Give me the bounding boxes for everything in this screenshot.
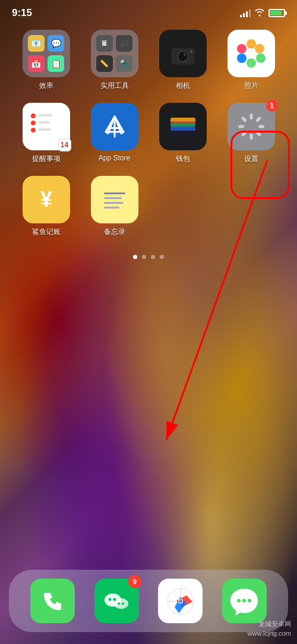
page-dot-3[interactable] [151, 255, 155, 259]
finance-icon: ¥ [23, 176, 70, 223]
appstore-label: App Store [99, 154, 130, 162]
dock-messages[interactable] [213, 579, 277, 623]
svg-rect-17 [38, 121, 50, 124]
signal-icon [240, 10, 251, 17]
svg-rect-44 [104, 197, 122, 199]
svg-rect-31 [249, 113, 252, 119]
svg-point-16 [31, 121, 36, 125]
app-reminders[interactable]: 14 提醒事项 [12, 103, 80, 164]
svg-point-10 [237, 53, 247, 63]
svg-rect-35 [249, 134, 252, 140]
app-tools[interactable]: 🖩 🎥 📏 🔦 实用工具 [80, 30, 148, 91]
appstore-icon: A [91, 103, 138, 150]
photos-label: 照片 [244, 81, 258, 91]
svg-rect-37 [238, 125, 244, 128]
svg-text:¥: ¥ [40, 187, 52, 211]
watermark-line1: 龙城安卓网 [248, 620, 291, 629]
app-camera[interactable]: 相机 [148, 30, 217, 91]
svg-point-14 [31, 113, 36, 118]
app-grid: 📧 💬 📅 📋 效率 🖩 🎥 📏 🔦 实用工具 [0, 24, 297, 237]
svg-point-64 [237, 599, 241, 602]
app-row-3: ¥ 鲨鱼记账 备忘录 [12, 176, 285, 237]
app-notes[interactable]: 备忘录 [80, 176, 148, 237]
status-bar: 9:15 [0, 0, 297, 24]
settings-icon: 1 [228, 103, 275, 150]
app-efficiency[interactable]: 📧 💬 📅 📋 效率 [12, 30, 80, 91]
empty-slot-2 [217, 176, 285, 237]
app-wallet[interactable]: 钱包 [148, 103, 217, 164]
svg-point-52 [114, 598, 128, 609]
tools-label: 实用工具 [100, 81, 129, 91]
svg-rect-33 [258, 125, 264, 128]
dock: 9 [9, 570, 288, 632]
reminders-label: 提醒事项 [32, 154, 61, 164]
svg-point-9 [247, 58, 256, 68]
finance-label: 鲨鱼记账 [32, 227, 61, 237]
efficiency-icon: 📧 💬 📅 📋 [23, 30, 70, 77]
svg-point-50 [109, 598, 112, 601]
svg-point-11 [237, 44, 247, 53]
page-dot-2[interactable] [142, 255, 146, 259]
notes-label: 备忘录 [104, 227, 125, 237]
svg-rect-36 [241, 131, 247, 137]
svg-point-4 [184, 54, 185, 56]
svg-rect-42 [98, 183, 131, 216]
dock-wechat[interactable]: 9 [85, 579, 149, 623]
messages-icon [222, 579, 267, 623]
svg-point-6 [247, 39, 256, 49]
phone-icon [30, 579, 75, 623]
svg-point-53 [118, 602, 120, 605]
status-icons [240, 8, 285, 18]
tools-icon: 🖩 🎥 📏 🔦 [91, 30, 138, 77]
app-settings[interactable]: 1 设置 [217, 103, 285, 164]
efficiency-label: 效率 [39, 81, 53, 91]
camera-label: 相机 [176, 81, 190, 91]
camera-icon [159, 30, 207, 77]
watermark-line2: www.lcjrtg.com [248, 629, 291, 638]
page-dot-1[interactable] [133, 255, 137, 259]
wifi-icon [254, 8, 265, 18]
wallet-label: 钱包 [176, 154, 190, 164]
reminders-icon: 14 [23, 103, 70, 150]
page-dots [0, 255, 297, 259]
safari-icon [158, 579, 203, 623]
svg-rect-34 [255, 131, 261, 137]
photos-icon [228, 30, 275, 77]
svg-rect-28 [170, 124, 195, 127]
app-appstore[interactable]: A App Store [80, 103, 148, 164]
svg-rect-15 [38, 114, 52, 116]
dock-phone[interactable] [21, 579, 85, 623]
svg-point-65 [242, 599, 246, 602]
svg-point-12 [246, 48, 257, 59]
svg-point-63 [179, 599, 182, 603]
svg-rect-46 [104, 207, 119, 209]
settings-badge: 1 [266, 100, 278, 112]
watermark: 龙城安卓网 www.lcjrtg.com [248, 620, 291, 638]
app-finance[interactable]: ¥ 鲨鱼记账 [12, 176, 80, 237]
status-time: 9:15 [12, 7, 32, 19]
wechat-badge: 9 [128, 575, 141, 588]
settings-label: 设置 [244, 154, 258, 164]
battery-icon [268, 9, 285, 17]
empty-slot-1 [148, 176, 217, 237]
page-dot-4[interactable] [160, 255, 164, 259]
notes-icon [91, 176, 138, 223]
app-row-2: 14 提醒事项 A App Store [12, 103, 285, 164]
dock-safari[interactable] [148, 579, 213, 623]
svg-rect-45 [104, 202, 124, 204]
svg-rect-29 [170, 127, 195, 131]
wechat-icon: 9 [94, 579, 139, 623]
app-row-1: 📧 💬 📅 📋 效率 🖩 🎥 📏 🔦 实用工具 [12, 30, 285, 91]
svg-point-39 [246, 121, 257, 132]
svg-point-66 [248, 599, 251, 602]
svg-point-54 [122, 602, 124, 605]
wallet-icon [159, 103, 207, 150]
svg-point-18 [31, 128, 36, 132]
svg-rect-5 [190, 50, 192, 53]
svg-rect-32 [255, 116, 261, 123]
svg-point-8 [256, 53, 266, 63]
svg-rect-38 [241, 116, 247, 123]
svg-rect-43 [104, 192, 125, 194]
app-photos[interactable]: 照片 [217, 30, 285, 91]
svg-rect-19 [38, 128, 51, 131]
